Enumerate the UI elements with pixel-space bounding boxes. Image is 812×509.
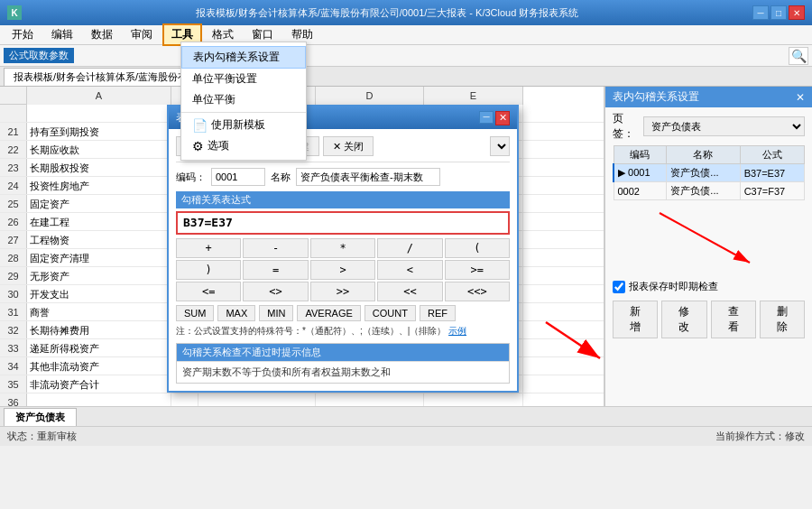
code-input[interactable] bbox=[211, 168, 265, 186]
btn-minus[interactable]: - bbox=[243, 238, 308, 258]
row-code: ▶ 0001 bbox=[614, 164, 667, 182]
cell-a[interactable]: 固定资产 bbox=[27, 195, 171, 213]
func-sum[interactable]: SUM bbox=[176, 305, 214, 321]
col-header-e: E bbox=[424, 87, 523, 105]
formula-params-btn[interactable]: 公式取数参数 bbox=[4, 48, 74, 63]
row-number: 25 bbox=[0, 195, 27, 212]
close-dialog-btn[interactable]: ✕ 关闭 bbox=[323, 136, 374, 156]
cell-a[interactable]: 长期待摊费用 bbox=[27, 321, 171, 339]
menu-edit[interactable]: 编辑 bbox=[43, 24, 81, 45]
dropdown-unit-settings[interactable]: 单位平衡设置 bbox=[181, 69, 306, 89]
error-label: 勾稽关系检查不通过时提示信息 bbox=[177, 344, 509, 361]
func-average[interactable]: AVERAGE bbox=[297, 305, 360, 321]
btn-lt[interactable]: < bbox=[377, 260, 442, 280]
cell-c[interactable] bbox=[198, 393, 316, 406]
cell-a[interactable]: 无形资产 bbox=[27, 267, 171, 285]
cell-a[interactable]: 长期股权投资 bbox=[27, 159, 171, 177]
panel-tab-section: 页签： 资产负债表 编码 名称 公式 ▶ 0001 资产负债... B37=E3… bbox=[605, 107, 812, 204]
list-item[interactable]: 0002 资产负债... C37=F37 bbox=[614, 182, 805, 200]
status-left: 状态：重新审核 bbox=[7, 430, 77, 443]
name-input[interactable] bbox=[296, 168, 440, 186]
menu-start[interactable]: 开始 bbox=[4, 24, 42, 45]
list-item[interactable]: ▶ 0001 资产负债... B37=E37 bbox=[614, 164, 805, 182]
btn-rparen[interactable]: ) bbox=[176, 260, 241, 280]
cell-a[interactable]: 持有至到期投资 bbox=[27, 123, 171, 141]
right-panel-close-icon[interactable]: ✕ bbox=[796, 91, 805, 104]
view-btn[interactable]: 查看 bbox=[711, 301, 756, 338]
new-btn[interactable]: 新增 bbox=[613, 301, 658, 338]
btn-lte[interactable]: <= bbox=[176, 282, 241, 301]
func-min[interactable]: MIN bbox=[259, 305, 293, 321]
title-bar: K 报表模板/财务会计核算体系/蓝海股份有限公司/0001/三大报表 - K/3… bbox=[0, 0, 812, 25]
row-number: 32 bbox=[0, 321, 27, 338]
row-number: 21 bbox=[0, 123, 27, 140]
cell-a[interactable]: 在建工程 bbox=[27, 213, 171, 231]
cell-a[interactable]: 商誉 bbox=[27, 303, 171, 321]
btn-eq[interactable]: = bbox=[243, 260, 308, 280]
menu-review[interactable]: 审阅 bbox=[123, 24, 161, 45]
sheet-tab-assets[interactable]: 资产负债表 bbox=[4, 408, 77, 426]
cell-a[interactable]: 开发支出 bbox=[27, 285, 171, 303]
menu-data[interactable]: 数据 bbox=[83, 24, 121, 45]
cell-b[interactable] bbox=[171, 393, 198, 406]
row-number: 27 bbox=[0, 231, 27, 248]
dropdown-options[interactable]: ⚙ 选项 bbox=[181, 135, 306, 156]
row-number: 35 bbox=[0, 375, 27, 393]
sheet-tabs: 资产负债表 bbox=[0, 406, 812, 426]
example-link[interactable]: 示例 bbox=[448, 326, 466, 336]
formula-buttons: + - * / ( ) = > < >= <= <> >> << <<> bbox=[176, 238, 510, 301]
code-label: 编码： bbox=[176, 171, 206, 184]
cell-a[interactable]: 非流动资产合计 bbox=[27, 375, 171, 393]
btn-neq[interactable]: <> bbox=[243, 282, 308, 301]
formula-search-btn[interactable]: 🔍 bbox=[789, 47, 808, 65]
func-count[interactable]: COUNT bbox=[364, 305, 416, 321]
minimize-btn[interactable]: ─ bbox=[752, 5, 769, 20]
btn-div[interactable]: / bbox=[377, 238, 442, 258]
dropdown-unit-balance[interactable]: 单位平衡 bbox=[181, 89, 306, 110]
btn-rshift[interactable]: >> bbox=[310, 282, 375, 301]
row-num bbox=[0, 105, 27, 122]
btn-lshift[interactable]: << bbox=[377, 282, 442, 301]
dialog-dropdown[interactable] bbox=[490, 136, 510, 156]
dropdown-use-new[interactable]: 📄 使用新模板 bbox=[181, 115, 306, 135]
red-arrow-svg bbox=[605, 204, 812, 276]
cell-a[interactable]: 投资性房地产 bbox=[27, 177, 171, 195]
row-number: 22 bbox=[0, 141, 27, 158]
edit-btn[interactable]: 修改 bbox=[661, 301, 706, 338]
save-check-label: 报表保存时即期检查 bbox=[629, 280, 718, 293]
maximize-btn[interactable]: □ bbox=[770, 5, 787, 20]
cell-a[interactable]: 工程物资 bbox=[27, 231, 171, 249]
window-controls[interactable]: ─ □ ✕ bbox=[752, 5, 805, 20]
row-number: 23 bbox=[0, 159, 27, 176]
btn-gte[interactable]: >= bbox=[445, 260, 510, 280]
panel-buttons: 新增 修改 查看 删除 bbox=[605, 297, 812, 342]
cell-e[interactable] bbox=[424, 393, 523, 406]
delete-btn[interactable]: 删除 bbox=[760, 301, 805, 338]
options-icon: ⚙ bbox=[192, 139, 204, 153]
cell-a[interactable]: 长期应收款 bbox=[27, 141, 171, 159]
btn-lrshift[interactable]: <<> bbox=[445, 282, 510, 301]
func-max[interactable]: MAX bbox=[217, 305, 255, 321]
btn-mult[interactable]: * bbox=[310, 238, 375, 258]
svg-line-0 bbox=[660, 213, 750, 263]
dialog-close-btn[interactable]: ✕ bbox=[495, 111, 510, 125]
row-num-header bbox=[0, 87, 27, 105]
formula-value[interactable]: B37=E37 bbox=[176, 211, 510, 235]
cell-a[interactable]: 固定资产清理 bbox=[27, 249, 171, 267]
btn-lparen[interactable]: ( bbox=[445, 238, 510, 258]
cell-d[interactable] bbox=[316, 393, 424, 406]
tools-dropdown: 表内勾稽关系设置 单位平衡设置 单位平衡 📄 使用新模板 ⚙ 选项 bbox=[180, 42, 307, 161]
close-btn[interactable]: ✕ bbox=[789, 5, 805, 20]
cell-a[interactable]: 其他非流动资产 bbox=[27, 357, 171, 375]
right-panel: 表内勾稽关系设置 ✕ 页签： 资产负债表 编码 名称 公式 ▶ 0001 bbox=[604, 87, 812, 406]
dropdown-table-check[interactable]: 表内勾稽关系设置 bbox=[181, 46, 306, 69]
btn-plus[interactable]: + bbox=[176, 238, 241, 258]
cell-a[interactable]: 递延所得税资产 bbox=[27, 339, 171, 357]
btn-gt[interactable]: > bbox=[310, 260, 375, 280]
save-check-checkbox[interactable] bbox=[613, 281, 625, 293]
cell-a[interactable] bbox=[27, 393, 171, 406]
main-area: A B C D E 产代期端值 21 持有至到期投资 22 长期应收款 bbox=[0, 87, 812, 406]
func-ref[interactable]: REF bbox=[420, 305, 456, 321]
dialog-minimize[interactable]: ─ bbox=[479, 111, 494, 124]
tab-select[interactable]: 资产负债表 bbox=[643, 116, 805, 136]
